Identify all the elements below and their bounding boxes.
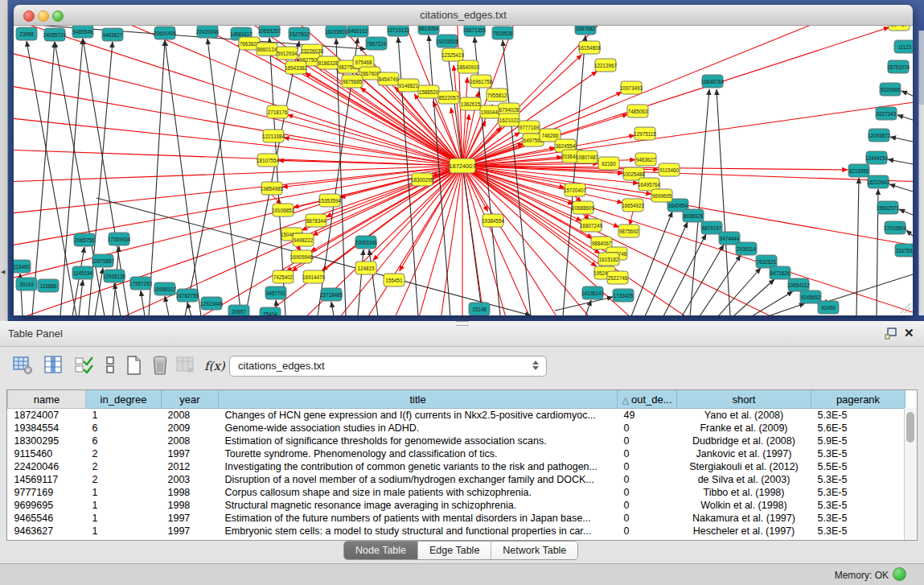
graph-node[interactable]: 8522057 xyxy=(438,91,459,104)
graph-node[interactable]: 9699695 xyxy=(651,189,672,202)
graph-node[interactable]: 1733426 xyxy=(613,289,634,302)
splitter-grip-icon[interactable] xyxy=(456,321,469,326)
new-document-icon[interactable] xyxy=(124,355,145,376)
graph-node[interactable]: 8454749 xyxy=(378,72,399,85)
graph-node[interactable]: 23958 xyxy=(16,27,37,40)
delete-table-icon[interactable] xyxy=(175,355,196,376)
table-row[interactable]: 1830029562008Estimation of significance … xyxy=(8,435,906,447)
delete-trash-icon[interactable] xyxy=(150,355,170,376)
graph-node[interactable]: 15718485 xyxy=(320,288,343,301)
tab-network-table[interactable]: Network Table xyxy=(491,542,577,559)
graph-node[interactable]: 20053346 xyxy=(355,236,378,249)
graph-node[interactable]: 7955812 xyxy=(487,89,507,101)
graph-node[interactable]: 10688609 xyxy=(572,201,595,214)
graph-node[interactable]: 1145194 xyxy=(72,266,93,279)
graph-node[interactable]: 39193 xyxy=(16,278,37,290)
window-titlebar[interactable]: citations_edges.txt xyxy=(14,5,913,26)
hub-node[interactable]: 18724007 xyxy=(449,159,475,173)
graph-node[interactable]: 9463627 xyxy=(635,153,656,166)
graph-node[interactable]: 1167534 xyxy=(895,244,913,257)
graph-node[interactable]: 10719133 xyxy=(387,26,410,36)
graph-node[interactable]: 16654923 xyxy=(622,199,645,212)
graph-node[interactable]: 10653257 xyxy=(258,26,281,37)
graph-node[interactable]: 9875685 xyxy=(342,75,363,88)
graph-node[interactable]: 10654112 xyxy=(787,278,810,291)
graph-node[interactable]: 16671355 xyxy=(463,26,487,36)
graph-node[interactable]: 19854985 xyxy=(261,182,284,195)
function-builder-icon[interactable]: f(x) xyxy=(204,359,225,373)
column-visibility-icon[interactable] xyxy=(43,355,64,376)
graph-node[interactable]: 2718176 xyxy=(267,105,288,118)
graph-node[interactable]: 17016504 xyxy=(884,221,907,234)
table-row[interactable]: 977716911998Corpus callosum shape and si… xyxy=(8,486,906,499)
graph-node[interactable]: 10973493 xyxy=(620,81,643,94)
table-row[interactable]: 911546021997Tourette syndrome. Phenomeno… xyxy=(8,447,906,460)
graph-node[interactable]: 8813054 xyxy=(418,26,439,35)
table-row[interactable]: 946362711997Embryonic stem cells: a mode… xyxy=(8,525,906,538)
graph-node[interactable]: 1527602 xyxy=(289,27,310,40)
graph-node[interactable]: 8938928 xyxy=(683,209,704,222)
graph-node[interactable]: 7425402 xyxy=(273,270,294,283)
table-row[interactable]: 2242004622012Investigating the contribut… xyxy=(8,460,906,473)
graph-node[interactable]: 2935114 xyxy=(736,242,757,255)
graph-node[interactable]: 9498222 xyxy=(293,233,314,246)
column-header-pagerank[interactable]: pagerank xyxy=(811,390,906,409)
graph-node[interactable]: 12975115 xyxy=(634,127,656,140)
column-header-title[interactable]: title xyxy=(219,390,618,409)
graph-node[interactable]: 15353594 xyxy=(318,194,342,207)
table-row[interactable]: 1938455462009Genome-wide association stu… xyxy=(8,422,906,435)
graph-node[interactable]: 12213967 xyxy=(594,59,618,72)
table-selector-combobox[interactable]: citations_edges.txt xyxy=(229,356,547,377)
graph-node[interactable]: 8471626 xyxy=(770,266,791,279)
tab-node-table[interactable]: Node Table xyxy=(344,542,418,559)
graph-node[interactable]: 155451 xyxy=(384,274,405,286)
graph-node[interactable]: 2887682 xyxy=(575,26,596,35)
network-canvas[interactable]: 1872400723958240557249465546946362720691… xyxy=(14,26,913,315)
graph-node[interactable]: 18300295 xyxy=(411,173,434,186)
column-header-name[interactable]: name xyxy=(8,390,86,409)
graph-node[interactable]: 9465546 xyxy=(72,26,93,38)
tab-edge-table[interactable]: Edge Table xyxy=(418,542,491,559)
float-panel-icon[interactable] xyxy=(885,328,898,340)
graph-node[interactable]: 7485063 xyxy=(627,105,648,117)
graph-node[interactable]: 92456 xyxy=(818,301,839,314)
graph-node[interactable]: 7857224 xyxy=(366,37,387,50)
graph-node[interactable]: 1615182 xyxy=(598,253,619,266)
graph-node[interactable]: 16782759 xyxy=(176,289,199,302)
graph-node[interactable]: 19218506 xyxy=(436,35,459,47)
graph-node[interactable]: 6879197 xyxy=(701,221,722,234)
graph-node[interactable]: 10975887 xyxy=(92,254,115,267)
graph-node[interactable]: 22420046 xyxy=(196,26,220,38)
graph-node[interactable]: 8186328 xyxy=(318,56,339,69)
graph-node[interactable]: 1621022 xyxy=(499,113,519,126)
graph-node[interactable]: 12444154 xyxy=(865,151,889,164)
graph-node[interactable]: 16210643 xyxy=(867,175,890,188)
graph-node[interactable]: 9146821 xyxy=(398,79,419,92)
graph-node[interactable]: 16154808 xyxy=(578,41,602,54)
collapse-arrow-icon[interactable]: ◀ xyxy=(1,269,5,275)
row-select-icon[interactable] xyxy=(74,355,95,376)
table-row[interactable]: 969969511998Structural magnetic resonanc… xyxy=(8,499,906,512)
graph-node[interactable]: 9777169 xyxy=(519,121,540,134)
graph-node[interactable]: 16961758 xyxy=(470,75,493,88)
table-row[interactable]: 1872400712008Changes of HCN gene express… xyxy=(8,409,906,422)
graph-node[interactable]: 18640910 xyxy=(457,60,480,73)
graph-node[interactable]: 10807487 xyxy=(576,150,599,163)
graph-node[interactable]: 8215955 xyxy=(848,164,869,177)
graph-node[interactable]: 6466162 xyxy=(347,26,368,37)
graph-node[interactable]: 124815 xyxy=(355,262,376,274)
vertical-scrollbar[interactable] xyxy=(904,408,917,540)
graph-node[interactable]: 9329966 xyxy=(880,83,901,96)
graph-node[interactable]: 7515526 xyxy=(492,27,513,39)
graph-node[interactable]: 25434 xyxy=(260,307,281,315)
full-detail-icon[interactable] xyxy=(100,355,121,376)
table-row[interactable]: 1456911722003Disruption of a novel membe… xyxy=(8,473,906,486)
graph-node[interactable]: 9227343 xyxy=(876,107,897,120)
graph-node[interactable]: 17957253 xyxy=(129,277,153,290)
graph-node[interactable]: 19384554 xyxy=(482,214,505,227)
resize-grip-icon[interactable] xyxy=(901,303,910,313)
graph-node[interactable]: 1588520 xyxy=(418,85,439,98)
graph-node[interactable]: 20657 xyxy=(228,305,249,315)
graph-node[interactable]: 16909946 xyxy=(290,250,314,263)
graph-node[interactable]: 12923448 xyxy=(200,297,224,310)
